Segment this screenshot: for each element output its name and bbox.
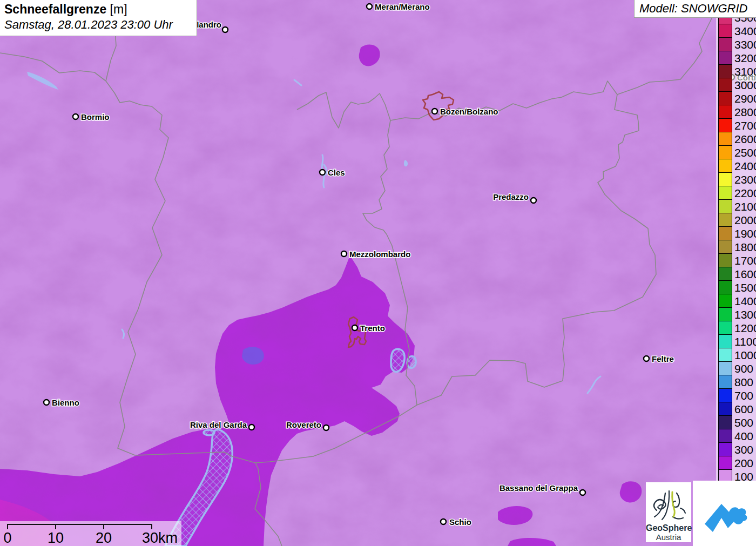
- colorbar-label: 1800: [734, 240, 756, 254]
- colorbar-label: 1200: [734, 321, 756, 335]
- lake-tenno: [204, 430, 214, 435]
- colorbar-cell: [718, 37, 732, 51]
- colorbar-cell: [718, 375, 732, 389]
- colorbar-cell: [718, 348, 732, 362]
- colorbar-cell: [718, 361, 732, 375]
- colorbar-cell: [718, 132, 732, 146]
- variable-name: Schneefallgrenze: [4, 2, 106, 16]
- colorbar-cell: [718, 402, 732, 416]
- city-label-riva: Riva del Garda: [190, 420, 247, 429]
- city-label-meran: Meran/Merano: [375, 2, 430, 11]
- city-label-schio: Schio: [449, 517, 471, 527]
- city-dot-bozen: [432, 109, 437, 114]
- colorbar-cell: [718, 118, 732, 132]
- valid-datetime: Samstag, 28.01.2023 23:00 Uhr: [4, 17, 191, 32]
- mountain-cloud-icon: [693, 481, 756, 546]
- colorbar-cell: [718, 415, 732, 429]
- colorbar-label: 400: [734, 429, 753, 443]
- colorbar-label: 3300: [734, 38, 756, 51]
- colorbar-label: 2800: [734, 105, 756, 119]
- city-dot-trento: [352, 325, 357, 331]
- geosphere-logo-name: GeoSphere: [646, 523, 691, 532]
- geosphere-logo-box: GeoSphere Austria: [646, 482, 691, 542]
- colorbar-cell: [718, 429, 732, 443]
- city-dot-mezzolombardo: [341, 251, 347, 257]
- scalebar-tick-10: 10: [48, 530, 64, 546]
- colorbar-label: 1900: [734, 227, 756, 240]
- colorbar-cell: [718, 51, 732, 65]
- city-label-mezzolombardo: Mezzolombardo: [349, 250, 410, 259]
- colorbar-label: 1500: [734, 281, 756, 294]
- colorbar-label: 3100: [734, 65, 756, 78]
- city-label-bozen: Bozen/Bolzano: [440, 107, 498, 116]
- colorbar-cell: [718, 145, 732, 159]
- colorbar-cell: [718, 442, 732, 456]
- colorbar-label: 800: [734, 375, 753, 389]
- city-dot-schio: [441, 519, 446, 524]
- colorbar-label: 700: [734, 389, 753, 402]
- city-label-trento: Trento: [360, 323, 385, 333]
- colorbar-cell: [718, 186, 732, 200]
- colorbar-cell: [718, 64, 732, 78]
- colorbar-cell: [718, 105, 732, 119]
- colorbar-cell: [718, 388, 732, 402]
- colorbar-label: 2100: [734, 200, 756, 213]
- geosphere-logo-country: Austria: [646, 532, 691, 542]
- colorbar-label: 2300: [734, 173, 756, 186]
- city-label-feltre: Feltre: [652, 354, 674, 363]
- city-dot-predazzo: [531, 198, 536, 203]
- colorbar-cell: [718, 159, 732, 173]
- colorbar-legend: 3500 3400 3300 3200 3100 3000 2900 2800 …: [718, 11, 756, 483]
- colorbar-label: 2900: [734, 92, 756, 105]
- colorbar-cell: [718, 213, 732, 227]
- colorbar-label: 1000: [734, 348, 756, 362]
- city-label-cles: Cles: [328, 168, 345, 177]
- colorbar-cell: [718, 334, 732, 348]
- variable-unit: [m]: [110, 2, 127, 16]
- colorbar-cell: [718, 91, 732, 105]
- colorbar-label: 1600: [734, 267, 756, 281]
- colorbar-label: 2400: [734, 159, 756, 173]
- city-dot-rovereto: [323, 425, 329, 430]
- colorbar-cell: [718, 280, 732, 294]
- city-label-rovereto: Rovereto: [286, 420, 321, 429]
- colorbar-label: 3400: [734, 24, 756, 38]
- map-canvas: Cortina /Silandro Meran/Merano Bozen/Bol…: [0, 0, 756, 546]
- colorbar-label: 2700: [734, 119, 756, 132]
- colorbar-cell: [718, 321, 732, 335]
- lake-caldonazzo: [391, 349, 404, 372]
- avalanche-logo-box: [693, 481, 756, 546]
- colorbar-cell: [718, 307, 732, 321]
- page-title: Schneefallgrenze [m]: [4, 2, 191, 17]
- scalebar-tick-30km: 30km: [142, 530, 178, 546]
- colorbar-label: 500: [734, 416, 753, 429]
- city-dot-riva: [249, 424, 254, 430]
- colorbar-cell: [718, 199, 732, 213]
- colorbar-label: 1400: [734, 294, 756, 308]
- colorbar-label: 600: [734, 402, 753, 416]
- city-dot-bienno: [44, 400, 49, 405]
- colorbar-cell: [718, 226, 732, 240]
- colorbar-cell: [718, 240, 732, 254]
- city-label-bienno: Bienno: [52, 398, 79, 407]
- colorbar-label: 2600: [734, 132, 756, 146]
- colorbar-label: 2200: [734, 186, 756, 200]
- colorbar-label: 1700: [734, 254, 756, 267]
- colorbar-cell: [718, 78, 732, 92]
- colorbar-cell: [718, 294, 732, 308]
- colorbar-label: 1100: [734, 335, 756, 348]
- city-dot-bassano: [580, 490, 585, 495]
- scalebar: 0 10 20 30km: [0, 521, 181, 546]
- city-dot-bormio: [73, 114, 78, 119]
- city-dot-cles: [320, 170, 325, 175]
- scalebar-tick-20: 20: [96, 530, 112, 546]
- snowgrid-map-viewer: Cortina /Silandro Meran/Merano Bozen/Bol…: [0, 0, 756, 546]
- colorbar-label: 300: [734, 443, 753, 456]
- colorbar-cell: [718, 253, 732, 267]
- colorbar-label: 2000: [734, 213, 756, 227]
- colorbar-label: 3200: [734, 51, 756, 65]
- city-label-bassano: Bassano del Grappa: [500, 483, 578, 493]
- scalebar-graphic: 0 10 20 30km: [0, 521, 181, 546]
- colorbar-label: 1300: [734, 308, 756, 321]
- colorbar-label: 200: [734, 456, 753, 470]
